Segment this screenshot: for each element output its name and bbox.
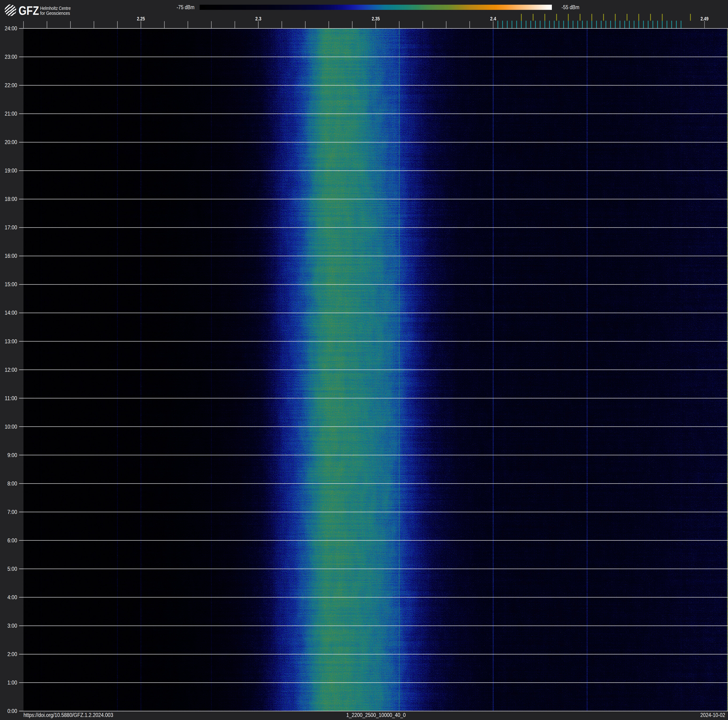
svg-text:GFZ: GFZ <box>18 4 39 17</box>
svg-text:14:00: 14:00 <box>5 310 17 316</box>
svg-text:10:00: 10:00 <box>5 424 17 430</box>
svg-text:17:00: 17:00 <box>5 224 17 231</box>
svg-text:4:00: 4:00 <box>8 594 17 601</box>
svg-text:18:00: 18:00 <box>5 196 17 202</box>
svg-text:8:00: 8:00 <box>8 481 17 487</box>
svg-text:2:00: 2:00 <box>8 651 17 657</box>
svg-text:7:00: 7:00 <box>8 509 17 515</box>
svg-text:2.25: 2.25 <box>137 16 145 21</box>
svg-text:2.4: 2.4 <box>490 16 496 21</box>
svg-text:9:00: 9:00 <box>8 452 17 458</box>
svg-text:19:00: 19:00 <box>5 167 17 174</box>
svg-text:Helmholtz Centre: Helmholtz Centre <box>40 6 71 11</box>
svg-text:3:00: 3:00 <box>8 623 17 629</box>
svg-text:2.3: 2.3 <box>255 16 262 21</box>
svg-text:6:00: 6:00 <box>8 538 17 544</box>
svg-text:12:00: 12:00 <box>5 367 17 373</box>
svg-text:2.35: 2.35 <box>372 16 380 21</box>
svg-text:2.49: 2.49 <box>700 16 708 21</box>
svg-text:23:00: 23:00 <box>5 54 17 60</box>
svg-text:15:00: 15:00 <box>5 281 17 287</box>
svg-text:1_2200_2500_10000_40_0: 1_2200_2500_10000_40_0 <box>346 712 406 718</box>
svg-text:20:00: 20:00 <box>5 139 17 145</box>
svg-text:5:00: 5:00 <box>8 566 17 572</box>
svg-text:for Geosciences: for Geosciences <box>40 11 70 16</box>
svg-text:https://doi.org/10.5880/GFZ.1.: https://doi.org/10.5880/GFZ.1.2.2024.003 <box>23 712 113 718</box>
svg-text:0:00: 0:00 <box>8 708 17 714</box>
svg-text:11:00: 11:00 <box>5 395 17 401</box>
svg-text:1:00: 1:00 <box>8 680 17 686</box>
svg-text:-55 dBm: -55 dBm <box>561 4 579 10</box>
svg-text:22:00: 22:00 <box>5 82 17 88</box>
svg-text:-75 dBm: -75 dBm <box>177 4 194 10</box>
svg-text:16:00: 16:00 <box>5 253 17 259</box>
svg-text:2024-10-02: 2024-10-02 <box>700 712 725 718</box>
svg-text:13:00: 13:00 <box>5 339 17 345</box>
svg-text:24:00: 24:00 <box>5 25 17 32</box>
svg-text:21:00: 21:00 <box>5 111 17 117</box>
